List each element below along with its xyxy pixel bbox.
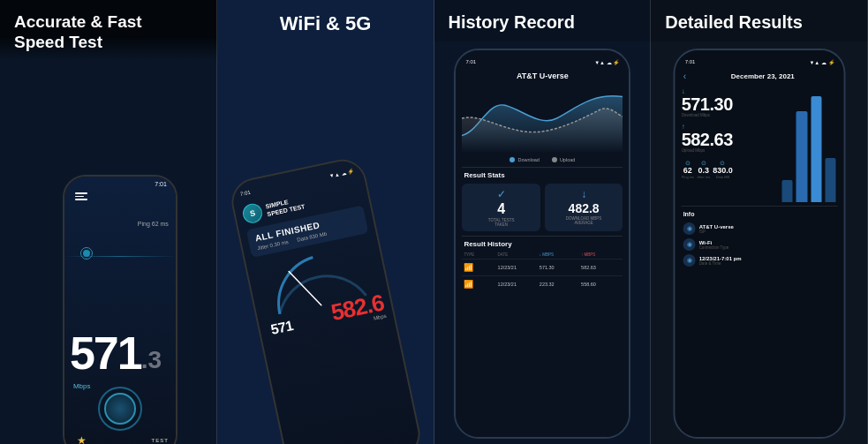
- speed-gauge: 571 582.6 Mbps: [253, 237, 393, 373]
- test-circle[interactable]: [98, 387, 142, 431]
- hamburger-icon: [75, 192, 87, 200]
- phone-mockup-4: 7:01 ▼▲ ☁ ⚡ ‹ December 23, 2021 ↓ 571.30: [674, 49, 846, 439]
- info-row-connection: ◉ Wi-Fi Connection Type: [683, 237, 836, 252]
- panel-accurate-speed: Accurate & Fast Speed Test 7:01 Ping 62 …: [0, 0, 217, 444]
- result-history-title: Result History: [462, 236, 623, 251]
- ping-mini: ⊙ 62 Ping ms: [682, 160, 694, 179]
- jitter-mini: ⊙ 0.3 Jitter ms: [697, 160, 710, 179]
- main-stats-area: ↓ 571.30 Download Mbps ↑ 582.63 Upload M…: [682, 87, 838, 202]
- logo-circle: S: [241, 202, 264, 225]
- speed-chart: [462, 83, 623, 154]
- stats-grid: ✓ 4 TOTAL TESTS TAKEN ↓ 482.8 DOWNLOAD M…: [462, 184, 623, 231]
- chart-legend: Download Upload: [462, 155, 623, 167]
- info-row-datetime: ◉ 12/23/21-7:01 pm Date & Time: [683, 252, 836, 268]
- speed-number: 571 .3: [70, 330, 162, 376]
- info-section: Info ◉ AT&T U-verse ISP ◉ Wi-Fi: [682, 206, 838, 268]
- speed-indicator: [80, 247, 93, 260]
- ping-display: Ping 62 ms: [138, 221, 169, 227]
- test-label: TEST: [152, 438, 169, 443]
- panel-4-title: Detailed Results: [651, 0, 868, 41]
- history-header: TYPE DATE ↓ Mbps ↑ Mbps: [462, 251, 623, 259]
- panel-detailed-results: Detailed Results 7:01 ▼▲ ☁ ⚡ ‹ December …: [651, 0, 868, 444]
- connection-icon: ◉: [683, 238, 696, 251]
- status-bar-4: 7:01 ▼▲ ☁ ⚡: [682, 57, 838, 67]
- phone-mockup-3: 7:01 ▼▲ ☁ ⚡ AT&T U-verse: [454, 49, 630, 439]
- panel-wifi-5g: WiFi & 5G 7:01 ▼▲ ☁ ⚡ S SIMPLE SPEED TES…: [217, 0, 434, 444]
- logo-text: SIMPLE SPEED TEST: [264, 194, 305, 218]
- panel-3-title: History Record: [434, 0, 652, 41]
- history-row-1: 📶 12/23/21 571.30 582.63: [462, 259, 623, 275]
- isp-name: AT&T U-verse: [462, 69, 623, 83]
- status-bar-1: 7:01: [64, 177, 176, 189]
- history-row-2: 📶 12/23/21 223.32 558.60: [462, 275, 623, 292]
- back-icon[interactable]: ‹: [683, 71, 686, 81]
- star-icon[interactable]: ★: [77, 434, 87, 444]
- mini-stats-row: ⊙ 62 Ping ms ⊙ 0.3 Jitter ms ⊙: [682, 160, 777, 179]
- speed-1-display: 571: [269, 318, 294, 338]
- panel-2-title: WiFi & 5G: [217, 12, 434, 35]
- panel-history-record: History Record 7:01 ▼▲ ☁ ⚡ AT&T U-verse: [434, 0, 652, 444]
- datetime-icon: ◉: [683, 254, 696, 267]
- status-bar-3: 7:01 ▼▲ ☁ ⚡: [462, 57, 623, 67]
- isp-icon: ◉: [683, 222, 696, 235]
- download-block: ↓ 571.30 Download Mbps: [682, 87, 777, 117]
- detail-header: ‹ December 23, 2021: [682, 69, 838, 84]
- data-mini: ⊙ 830.0 Data MB: [713, 160, 733, 179]
- info-row-isp: ◉ AT&T U-verse ISP: [683, 221, 836, 237]
- mbps-label: Mbps: [73, 382, 91, 390]
- phone-mockup-1: 7:01 Ping 62 ms: [63, 175, 177, 444]
- panel-1-title: Accurate & Fast Speed Test: [0, 0, 217, 62]
- phone-mockup-2: 7:01 ▼▲ ☁ ⚡ S SIMPLE SPEED TEST ALL FINI…: [227, 155, 424, 444]
- upload-block: ↑ 582.63 Upload Mbps: [682, 123, 777, 153]
- result-stats-title: Result Stats: [462, 167, 623, 182]
- bar-chart: [781, 87, 838, 202]
